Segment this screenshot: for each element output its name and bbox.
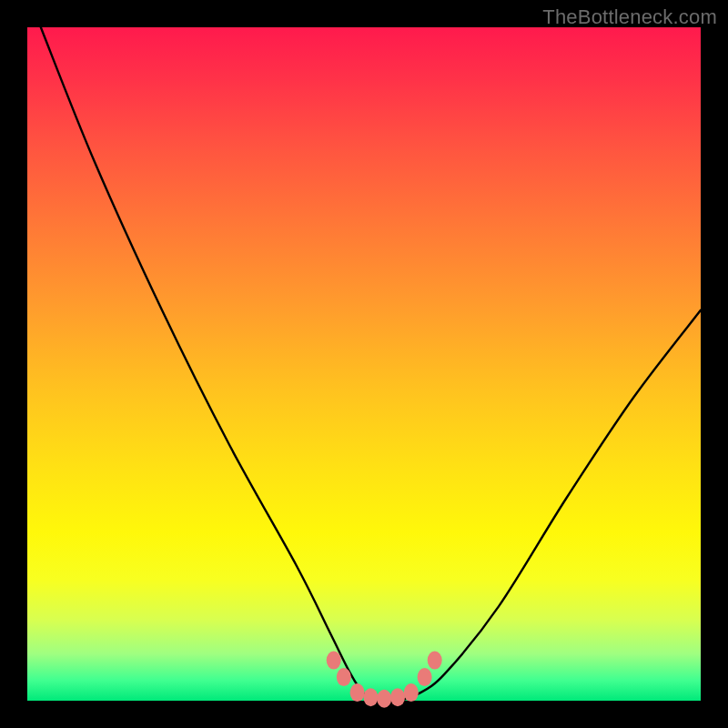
highlight-dot [350,683,365,702]
highlight-dot [337,668,351,686]
highlight-dot [390,688,405,706]
bottleneck-curve-path [41,27,701,702]
highlight-dot [363,688,378,706]
highlight-dot [418,668,432,686]
bottleneck-curve-svg [27,27,701,701]
watermark-text: TheBottleneck.com [542,5,717,29]
highlight-dot [428,652,442,670]
chart-frame: TheBottleneck.com [0,0,728,728]
highlight-dot [404,683,419,702]
highlight-dot [327,652,341,670]
highlight-dot [377,690,391,708]
plot-area [27,27,701,701]
